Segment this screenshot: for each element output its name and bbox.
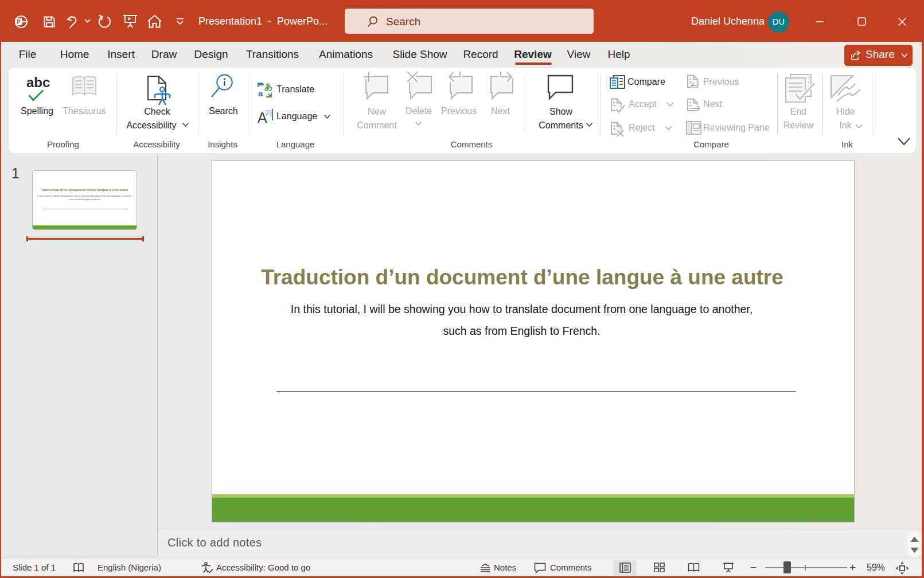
svg-text:a: a — [258, 88, 263, 97]
svg-text:あ: あ — [264, 83, 272, 92]
svg-text:P: P — [17, 19, 21, 25]
svg-text:가: 가 — [265, 108, 272, 117]
